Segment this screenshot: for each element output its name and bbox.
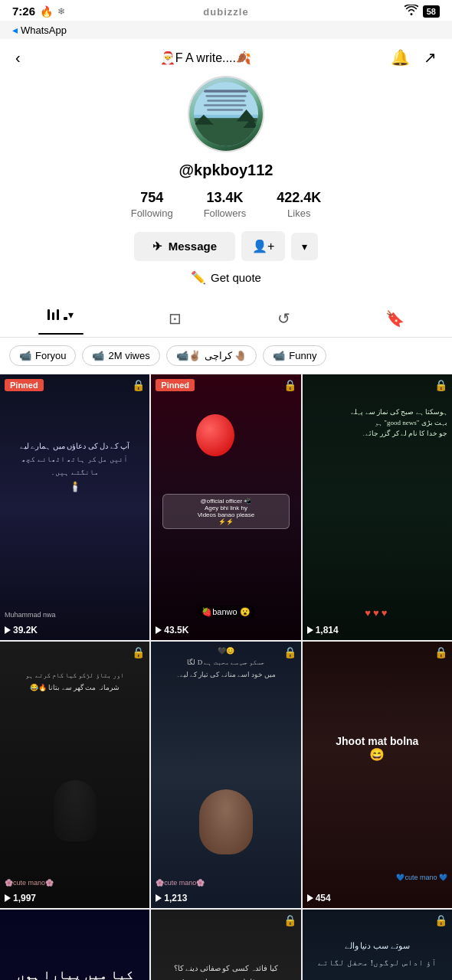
status-bar: 7:26 🔥 ❄ dubizzle 58: [0, 0, 452, 21]
video-text-4: اور بتاؤ لڑکو کیا کام کرتے ہوشرمانہ مت گ…: [8, 670, 142, 694]
video-thumb-3[interactable]: ہوسکتا ہے صبح کی نماز سے پہلے بہت بڑی "g…: [303, 374, 452, 640]
filter-2m-icon: 📹: [92, 350, 104, 361]
stats-row: 754 Following 13.4K Followers 422.4K Lik…: [131, 190, 322, 219]
flame-icon: 🔥: [40, 5, 53, 18]
grid-icon: ▾: [47, 309, 74, 320]
save-icon-5: 🔒: [283, 646, 296, 658]
play-count-2: 43.5K: [156, 625, 188, 635]
tab-grid[interactable]: ▾: [32, 303, 89, 334]
jhoot-text: Jhoot mat bolna😄: [310, 735, 444, 762]
get-quote-button[interactable]: ✏️ Get quote: [191, 270, 261, 285]
person-plus-icon: 👤+: [252, 240, 274, 253]
send-icon: ✈: [152, 240, 162, 253]
tab-bookmark[interactable]: 🔖: [370, 303, 420, 334]
save-icon-8: 🔒: [283, 914, 296, 926]
video-thumb-9[interactable]: سوتے سب دنیا والے آؤ اداس لوگوں! محفل لگ…: [303, 910, 452, 981]
following-count: 754: [140, 190, 163, 206]
save-icon-4: 🔒: [132, 646, 145, 658]
filter-funny[interactable]: 📹 Funny: [263, 345, 326, 366]
header-icons: 🔔 ↗: [391, 48, 437, 67]
video-thumb-1[interactable]: آپ کے دل کی دعاؤں میں ہمارے لیےآئیں مل ک…: [0, 374, 149, 640]
sticker-text-2: 🍓banwo 😮: [197, 606, 254, 619]
video-text-8: کیا فائدہ کسی کو صفائی دینے کا؟ میں غلط …: [159, 962, 293, 980]
video-thumb-5[interactable]: 😊🖤 جسکو جس سے محبت ہے D لگا میں خود اسے …: [151, 642, 300, 907]
cute-mano-4: 🌸cute mano🌸: [5, 879, 54, 887]
save-icon-2: 🔒: [283, 379, 296, 391]
follow-button[interactable]: 👤+: [241, 231, 285, 261]
svg-rect-4: [204, 90, 248, 92]
avatar: [188, 76, 264, 152]
play-icon-2: [156, 626, 162, 634]
play-icon-1: [5, 626, 11, 634]
battery-indicator: 58: [423, 5, 440, 18]
status-left: 7:26 🔥 ❄: [12, 5, 65, 18]
play-icon-6: [307, 894, 313, 902]
back-button[interactable]: ‹: [15, 49, 21, 67]
share-icon[interactable]: ↗: [424, 48, 437, 67]
play-count-5: 1,213: [156, 893, 187, 903]
filter-foryou-icon: 📹: [19, 350, 31, 361]
video-name-tag-1: Muhammad nwa: [5, 611, 56, 619]
stat-followers: 13.4K Followers: [204, 190, 247, 219]
following-label: Following: [131, 207, 173, 219]
profile-header: ‹ 🎅F A write....🍂 🔔 ↗: [0, 39, 452, 76]
tabs-row: ▾ ⊡ ↺ 🔖: [0, 300, 452, 338]
svg-rect-8: [207, 109, 243, 111]
followers-count: 13.4K: [206, 190, 243, 206]
video-text-1: آپ کے دل کی دعاؤں میں ہمارے لیےآئیں مل ک…: [8, 439, 142, 495]
stat-likes: 422.4K Likes: [277, 190, 321, 219]
filter-2m[interactable]: 📹 2M viwes: [82, 345, 159, 366]
save-icon-6: 🔒: [434, 646, 447, 658]
liked-icon: ⊡: [169, 309, 182, 328]
play-count-1: 39.2K: [5, 625, 38, 635]
filter-karachi[interactable]: 📹✌🏽 کراچی 🤚🏽: [166, 345, 257, 366]
video-thumb-4[interactable]: اور بتاؤ لڑکو کیا کام کرتے ہوشرمانہ مت گ…: [0, 642, 149, 907]
profile-section: @kpkboy112 754 Following 13.4K Followers…: [0, 76, 452, 300]
chevron-down-icon: ▾: [302, 240, 307, 253]
save-icon-9: 🔒: [434, 914, 447, 926]
tab-repost[interactable]: ↺: [262, 303, 306, 334]
pinned-badge-1: Pinned: [5, 379, 44, 391]
profile-header-title: 🎅F A write....🍂: [160, 51, 251, 65]
notification-icon[interactable]: 🔔: [391, 48, 410, 67]
wifi-icon: [405, 5, 418, 18]
filter-karachi-label: کراچی 🤚🏽: [205, 350, 247, 361]
filter-foryou[interactable]: 📹 Foryou: [9, 345, 76, 366]
bookmark-icon: 🔖: [385, 309, 405, 328]
video-thumb-6[interactable]: Jhoot mat bolna😄 💙cute mano 💙 🔒 454: [303, 642, 452, 907]
filter-funny-icon: 📹: [273, 350, 285, 361]
avatar-image: [189, 77, 263, 151]
save-icon-1: 🔒: [132, 379, 145, 391]
play-icon-5: [156, 894, 162, 902]
filter-tags: 📹 Foryou 📹 2M viwes 📹✌🏽 کراچی 🤚🏽 📹 Funny: [0, 338, 452, 374]
video-grid: آپ کے دل کی دعاؤں میں ہمارے لیےآئیں مل ک…: [0, 374, 452, 980]
video-text-5: 😊🖤 جسکو جس سے محبت ہے D لگا میں خود اسے …: [159, 645, 293, 681]
snow-icon: ❄: [57, 6, 65, 17]
get-quote-label: Get quote: [211, 271, 261, 284]
chat-overlay-text: @official officer 📲Agey bhi link hyVideo…: [168, 498, 284, 525]
followers-label: Followers: [204, 207, 247, 219]
quote-icon: ✏️: [191, 270, 206, 285]
whatsapp-back-arrow[interactable]: ◂: [12, 24, 18, 36]
more-button[interactable]: ▾: [291, 233, 318, 260]
message-button[interactable]: ✈ Message: [134, 232, 235, 261]
action-buttons: ✈ Message 👤+ ▾: [134, 231, 319, 261]
cute-mano-5: 🌸cute mano🌸: [156, 879, 205, 887]
tab-liked[interactable]: ⊡: [153, 303, 197, 334]
video-thumb-7[interactable]: کیا میں پیارا ہوں 666: [0, 910, 149, 981]
status-time: 7:26: [12, 5, 35, 18]
username: @kpkboy112: [179, 162, 273, 179]
status-right: 58: [405, 5, 440, 18]
whatsapp-label: WhatsApp: [21, 24, 67, 36]
play-count-3: 1,814: [307, 625, 339, 635]
filter-funny-label: Funny: [289, 350, 316, 361]
play-icon-3: [307, 626, 313, 634]
video-thumb-8[interactable]: کیا فائدہ کسی کو صفائی دینے کا؟ میں غلط …: [151, 910, 300, 981]
whatsapp-bar[interactable]: ◂ WhatsApp: [0, 21, 452, 39]
filter-foryou-label: Foryou: [35, 350, 66, 361]
video-thumb-2[interactable]: @official officer 📲Agey bhi link hyVideo…: [151, 374, 300, 640]
play-icon-4: [5, 894, 11, 902]
play-count-6: 454: [307, 893, 331, 903]
filter-2m-label: 2M viwes: [108, 350, 149, 361]
video-text-3: ہوسکتا ہے صبح کی نماز سے پہلے بہت بڑی "g…: [351, 407, 447, 439]
